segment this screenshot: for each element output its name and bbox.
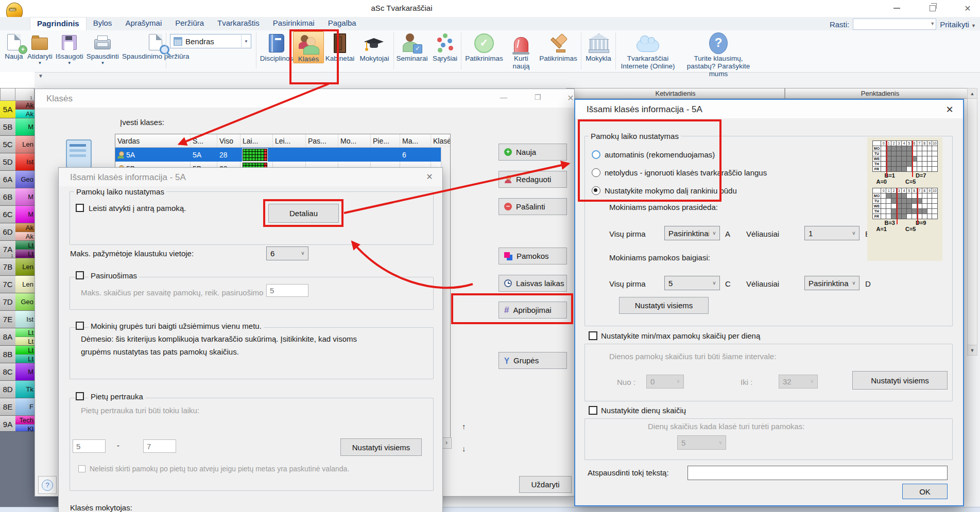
days-checkbox[interactable] xyxy=(589,406,597,415)
detail-dialog-titlebar[interactable]: Išsami klasės informacija - 5A ✕ xyxy=(575,100,963,118)
redaguoti-button[interactable]: Redaguoti xyxy=(498,171,567,188)
view-combo[interactable]: Bendras ▼ xyxy=(170,34,251,48)
ribbon-item-mokykla[interactable]: Mokykla xyxy=(582,31,615,62)
tab-pasirinkimai[interactable]: Pasirinkimai xyxy=(266,17,321,30)
ribbon-item-atidaryti[interactable]: Atidaryti▼ xyxy=(26,31,54,66)
ok-button[interactable]: OK xyxy=(902,484,948,499)
ribbon-item-kurti-nauj-[interactable]: Kurti naują xyxy=(506,31,536,70)
ribbon-item-nauja[interactable]: +Nauja xyxy=(2,31,26,66)
chevron-down-icon[interactable]: ▼ xyxy=(38,61,42,65)
column-header-mo[interactable]: Mo... xyxy=(338,134,371,147)
help-button[interactable]: ? xyxy=(38,476,57,494)
class-row-7C[interactable]: 7CLen xyxy=(0,276,35,293)
ribbon-item-tvarkara-iai-internete-online-[interactable]: Tvarkaraščiai Internete (Online) xyxy=(616,31,679,70)
end-first-combo[interactable]: 5˅ xyxy=(664,276,720,290)
preparation-label[interactable]: Pasiruošimas xyxy=(89,271,139,280)
apribojimai-button[interactable]: #Apribojimai xyxy=(498,302,567,319)
end-latest-combo[interactable]: Pasirinktinai˅ xyxy=(804,276,859,290)
days-label[interactable]: Nustatykite dienų skaičių xyxy=(601,406,686,415)
chevron-down-icon[interactable]: ▼ xyxy=(67,61,72,65)
klases-dialog-titlebar[interactable]: Klasės — ❒ ✕ xyxy=(35,89,574,108)
class-row-8E[interactable]: 8EF xyxy=(0,398,35,416)
ribbon-item-disciplinos[interactable]: Disciplinos xyxy=(260,31,293,62)
class-row-7A[interactable]: 7ALtLt xyxy=(0,241,35,258)
scroll-up-button[interactable]: ▲ xyxy=(968,89,977,99)
tab-pagrindinis[interactable]: Pagrindinis xyxy=(30,17,87,31)
detail-dialog-titlebar[interactable]: Išsami klasės informacija - 5A ✕ xyxy=(59,168,442,186)
class-row-6A[interactable]: 6AGeo xyxy=(0,171,35,188)
groups-end-checkbox[interactable] xyxy=(76,322,84,330)
column-header-pie[interactable]: Pie... xyxy=(371,134,400,147)
scroll-down-button[interactable]: ▼ xyxy=(968,345,977,355)
ribbon-item-kabinetai[interactable]: Kabinetai xyxy=(324,31,356,62)
ribbon-item-spausdinti[interactable]: Spausdinti▼ xyxy=(85,31,121,66)
start-latest-combo[interactable]: 1˅ xyxy=(804,226,859,240)
ribbon-item-klas-s[interactable]: Klasės xyxy=(293,31,324,63)
pamokos-button[interactable]: Pamokos xyxy=(498,248,567,264)
minmax-label[interactable]: Nustatykite min/max pamokų skaičių per d… xyxy=(601,331,760,340)
class-row-5D[interactable]: 5DIst xyxy=(0,153,35,171)
second-lesson-label[interactable]: Leisti atvykti į antrą pamoką. xyxy=(89,204,186,213)
auto-radio[interactable] xyxy=(592,150,600,159)
class-row-6B[interactable]: 6BM xyxy=(0,188,35,206)
tab-pagalba[interactable]: Pagalba xyxy=(321,17,363,30)
class-row-8B[interactable]: 8BLtLt xyxy=(0,346,35,363)
close-icon[interactable]: ✕ xyxy=(422,172,437,183)
class-row-8D[interactable]: 8DTk xyxy=(0,381,35,398)
minimize-button[interactable] xyxy=(887,1,906,15)
ribbon-item-mokytojai[interactable]: Mokytojai xyxy=(356,31,393,62)
move-up-arrow[interactable]: ↑ xyxy=(462,422,466,431)
lunch-checkbox[interactable] xyxy=(76,392,84,400)
details-button[interactable]: Detaliau xyxy=(268,204,339,223)
lunch-from-input[interactable] xyxy=(73,439,106,453)
close-dialog-button[interactable]: Uždaryti xyxy=(519,476,572,493)
tab-tvarkaraštis[interactable]: Tvarkaraštis xyxy=(211,17,266,30)
maximize-button[interactable] xyxy=(923,1,942,15)
class-row-7D[interactable]: 7DGeo xyxy=(0,293,35,311)
second-lesson-checkbox[interactable] xyxy=(76,204,84,212)
column-header-s[interactable]: S... xyxy=(191,134,217,147)
minmax-checkbox[interactable] xyxy=(589,331,597,340)
max-question-combo[interactable]: 6˅ xyxy=(266,246,308,260)
chevron-down-icon[interactable]: ▼ xyxy=(241,35,251,47)
preparation-checkbox[interactable] xyxy=(76,271,84,279)
chevron-down-icon[interactable]: ▼ xyxy=(100,61,105,65)
tab-aprašymai[interactable]: Aprašymai xyxy=(118,17,168,30)
prep-max-input[interactable] xyxy=(266,284,308,297)
groups-end-label[interactable]: Mokinių grupės turi baigti užsiėmimus vi… xyxy=(89,322,264,330)
ribbon-item-s-ry-iai[interactable]: Sąryšiai xyxy=(429,31,460,62)
column-header-pas[interactable]: Pas... xyxy=(306,134,338,147)
lunch-to-input[interactable] xyxy=(143,439,176,453)
column-header-lei[interactable]: Lei... xyxy=(273,134,306,147)
nauja-button[interactable]: +Nauja xyxy=(498,144,567,161)
no-afternoon-checkbox[interactable] xyxy=(78,465,85,472)
move-down-arrow[interactable]: ↓ xyxy=(462,444,466,453)
class-row-7E[interactable]: 7EIst xyxy=(0,311,35,328)
set-all-button[interactable]: Nustatyti visiems xyxy=(619,297,709,314)
apply-button[interactable]: Pritaikyti ▼ xyxy=(940,20,976,29)
close-icon[interactable]: ✕ xyxy=(942,104,957,115)
scroll-right-button[interactable]: › xyxy=(441,437,452,449)
class-row-7B[interactable]: 7BLen xyxy=(0,258,35,276)
column-header-lai[interactable]: Lai... xyxy=(240,134,273,147)
pa-alinti-button[interactable]: −Pašalinti xyxy=(498,198,567,215)
set-all-button[interactable]: Nustatyti visiems xyxy=(340,438,422,456)
ribbon-item-i-saugoti[interactable]: Išsaugoti▼ xyxy=(54,31,85,66)
class-row-5B[interactable]: 5BM xyxy=(0,118,35,136)
dropdown-caret-icon[interactable]: ▼ xyxy=(38,73,43,79)
class-row-5A[interactable]: 5AAkAk xyxy=(0,101,35,118)
close-button[interactable]: ✕ xyxy=(958,1,977,15)
ribbon-item-patikrinimas[interactable]: Patikrinimas xyxy=(536,31,580,62)
ribbon-item-patikrinimas[interactable]: ✓Patikrinimas xyxy=(462,31,506,62)
ribbon-item-seminarai[interactable]: ✓Seminarai xyxy=(394,31,429,62)
tab-peržiūra[interactable]: Peržiūra xyxy=(168,17,211,30)
grup-s-button[interactable]: YGrupės xyxy=(498,352,567,369)
auto-radio-label[interactable]: automatinis (rekomenduojamas) xyxy=(605,150,715,159)
manual-radio[interactable] xyxy=(592,186,600,195)
class-row-5C[interactable]: 5CLen xyxy=(0,136,35,153)
column-header-vardas[interactable]: Vardas xyxy=(115,134,191,147)
tab-bylos[interactable]: Bylos xyxy=(87,17,119,30)
find-input[interactable]: ▼ xyxy=(853,19,936,30)
minimize-icon[interactable]: — xyxy=(495,93,512,101)
column-header-viso[interactable]: Viso xyxy=(217,134,240,147)
